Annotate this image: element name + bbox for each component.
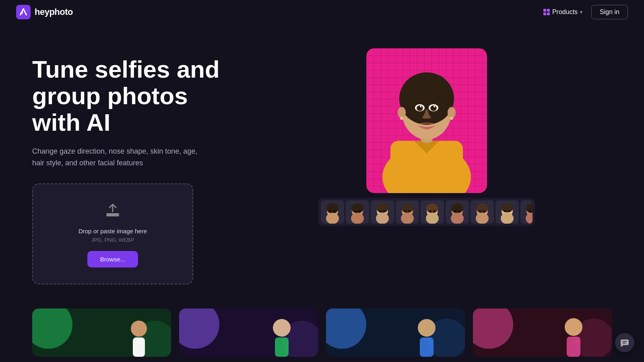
svg-point-76 [131, 321, 147, 337]
chevron-down-icon: ▾ [580, 9, 582, 15]
upload-drop-text: Drop or paste image here [41, 228, 184, 234]
thumb-face-8 [495, 200, 519, 224]
svg-point-66 [504, 210, 506, 212]
svg-rect-80 [275, 337, 289, 357]
logo-area: heyphoto [16, 5, 73, 19]
hero-section: Tune selfies and group photos with AI Ch… [0, 24, 644, 300]
logo-text: heyphoto [35, 7, 73, 17]
sign-in-button[interactable]: Sign in [591, 5, 628, 19]
svg-point-35 [376, 203, 388, 213]
main-photo-container [366, 48, 487, 193]
svg-point-65 [501, 204, 513, 212]
svg-point-68 [501, 213, 514, 224]
logo-icon [16, 5, 31, 19]
svg-rect-83 [420, 337, 433, 357]
upload-icon [103, 200, 122, 220]
svg-point-53 [451, 204, 463, 213]
card-illustration-2 [237, 309, 318, 357]
card-accent-3 [326, 309, 366, 349]
svg-point-56 [451, 213, 464, 224]
thumb-face-4 [396, 200, 419, 224]
card-illustration-3 [384, 309, 465, 357]
svg-point-9 [398, 107, 406, 118]
thumb-face-5 [421, 200, 444, 224]
svg-point-67 [508, 210, 510, 212]
svg-point-47 [426, 204, 438, 213]
svg-rect-3 [106, 215, 119, 216]
thumbnail-6[interactable] [446, 200, 469, 224]
thumb-face-2 [346, 200, 369, 224]
card-accent-1 [32, 309, 72, 349]
svg-point-11 [400, 117, 403, 120]
upload-box[interactable]: Drop or paste image here JPG, PNG, WEBP … [32, 183, 193, 284]
svg-point-72 [529, 210, 531, 212]
svg-point-20 [433, 106, 435, 107]
svg-point-10 [448, 107, 456, 118]
hero-title: Tune selfies and group photos with AI [32, 56, 225, 136]
svg-point-62 [476, 213, 489, 224]
thumbnail-7[interactable] [471, 200, 494, 224]
grid-icon [543, 9, 550, 15]
feature-card-2[interactable] [179, 309, 318, 357]
thumbnail-4[interactable] [396, 200, 419, 224]
svg-point-61 [483, 210, 485, 212]
svg-rect-86 [567, 337, 580, 357]
card-accent-2 [179, 309, 219, 349]
svg-point-49 [433, 210, 436, 212]
svg-point-38 [376, 213, 389, 224]
thumb-face-1 [321, 200, 344, 224]
thumbnails-strip [318, 198, 535, 226]
svg-point-55 [458, 210, 460, 212]
thumbnail-8[interactable] [495, 200, 519, 224]
hero-subtitle: Change gaze direction, nose shape, skin … [32, 146, 201, 169]
svg-point-48 [429, 210, 431, 212]
browse-button[interactable]: Browse... [87, 251, 138, 267]
svg-rect-2 [106, 213, 119, 215]
feature-cards [0, 309, 644, 357]
hero-left: Tune selfies and group photos with AI Ch… [32, 48, 225, 284]
svg-point-32 [351, 213, 364, 224]
thumb-face-9 [520, 200, 533, 224]
svg-point-31 [358, 210, 361, 212]
svg-point-50 [426, 213, 439, 224]
card-illustration-4 [531, 309, 612, 357]
svg-point-54 [454, 210, 456, 212]
navbar: heyphoto Products ▾ Sign in [0, 0, 644, 24]
svg-point-41 [401, 204, 413, 213]
thumbnail-2[interactable] [346, 200, 369, 224]
svg-point-23 [326, 203, 339, 214]
thumb-face-7 [471, 200, 494, 224]
svg-point-37 [383, 210, 386, 212]
svg-point-30 [354, 210, 357, 212]
thumbnail-1[interactable] [321, 200, 344, 224]
feature-card-4[interactable] [473, 309, 612, 357]
svg-point-29 [351, 204, 363, 213]
feature-card-1[interactable] [32, 309, 171, 357]
svg-rect-77 [133, 337, 145, 357]
svg-point-82 [418, 319, 436, 337]
thumb-face-3 [371, 200, 394, 224]
svg-point-36 [379, 210, 382, 212]
chat-icon [620, 338, 630, 348]
svg-point-85 [565, 318, 582, 336]
thumbnail-5[interactable] [421, 200, 444, 224]
thumbnail-9[interactable] [520, 200, 533, 224]
svg-point-19 [420, 106, 421, 107]
main-photo [366, 48, 487, 193]
svg-point-59 [476, 204, 488, 213]
svg-point-42 [404, 210, 407, 212]
svg-rect-87 [621, 339, 629, 345]
card-illustration-1 [91, 309, 171, 357]
svg-point-1 [21, 12, 23, 14]
upload-formats: JPG, PNG, WEBP [41, 237, 184, 243]
products-button[interactable]: Products ▾ [538, 5, 588, 19]
svg-point-25 [333, 210, 336, 212]
thumbnail-3[interactable] [371, 200, 394, 224]
feature-card-3[interactable] [326, 309, 465, 357]
woman-illustration [366, 48, 487, 193]
svg-point-43 [408, 210, 411, 212]
chat-widget[interactable] [615, 333, 634, 352]
svg-rect-0 [16, 5, 31, 19]
nav-actions: Products ▾ Sign in [538, 5, 628, 19]
svg-point-24 [329, 210, 332, 212]
